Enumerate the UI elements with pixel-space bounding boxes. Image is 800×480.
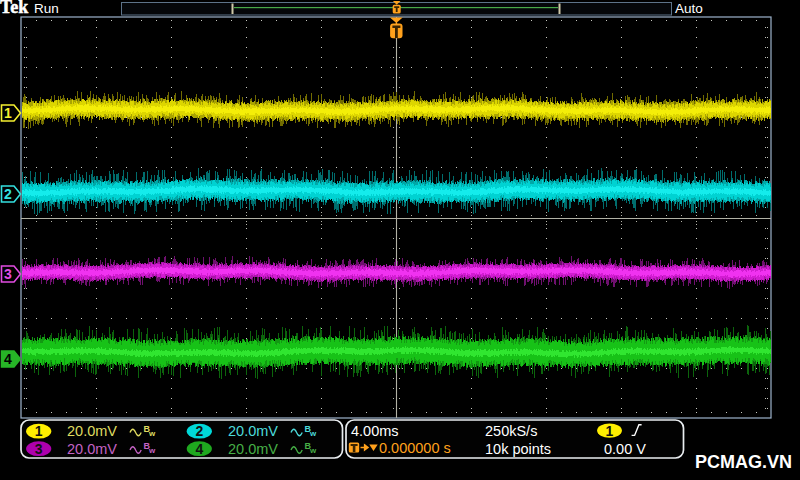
svg-text:20.0mV: 20.0mV xyxy=(228,423,278,439)
svg-text:2: 2 xyxy=(195,423,203,439)
svg-text:w: w xyxy=(148,446,156,455)
svg-text:w: w xyxy=(309,429,317,438)
svg-text:1: 1 xyxy=(35,423,43,439)
svg-text:4: 4 xyxy=(4,351,12,367)
svg-text:3: 3 xyxy=(35,441,43,457)
svg-text:3: 3 xyxy=(4,266,12,282)
svg-text:Auto: Auto xyxy=(675,1,703,16)
svg-text:w: w xyxy=(148,429,156,438)
svg-text:20.0mV: 20.0mV xyxy=(67,423,117,439)
svg-text:2: 2 xyxy=(4,186,12,202)
svg-text:10k points: 10k points xyxy=(485,441,551,457)
svg-text:20.0mV: 20.0mV xyxy=(228,441,278,457)
svg-text:Tek: Tek xyxy=(0,0,28,17)
svg-text:PCMAG.VN: PCMAG.VN xyxy=(695,452,792,472)
svg-text:250kS/s: 250kS/s xyxy=(485,423,537,439)
svg-text:20.0mV: 20.0mV xyxy=(67,441,117,457)
svg-text:1: 1 xyxy=(606,423,614,439)
svg-text:Run: Run xyxy=(34,1,59,16)
svg-text:1: 1 xyxy=(4,105,12,121)
svg-text:0.000000 s: 0.000000 s xyxy=(379,440,451,456)
svg-text:4: 4 xyxy=(195,441,203,457)
svg-text:0.00 V: 0.00 V xyxy=(604,441,646,457)
svg-text:w: w xyxy=(309,446,317,455)
svg-text:4.00ms: 4.00ms xyxy=(351,423,399,439)
